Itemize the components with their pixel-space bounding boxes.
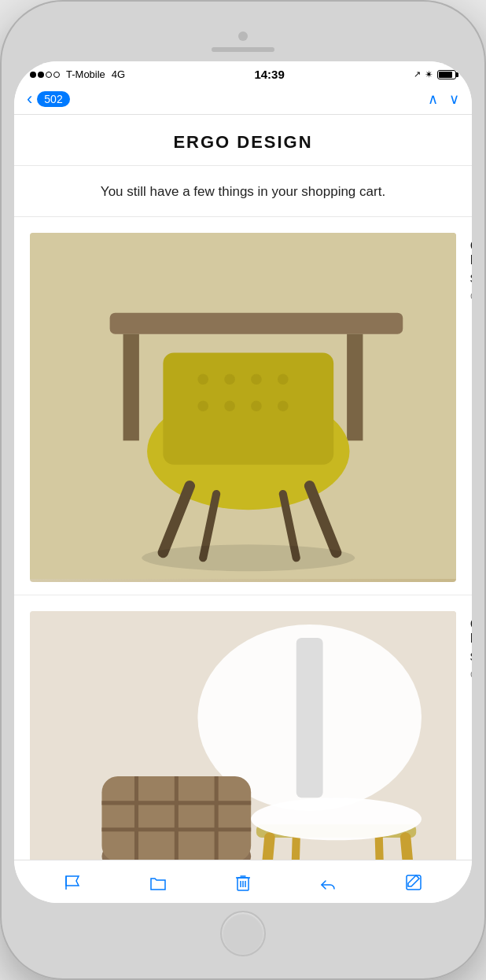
svg-rect-3 (347, 333, 363, 440)
bluetooth-icon: ✴ (425, 68, 433, 80)
location-icon: ↗ (414, 69, 421, 79)
home-button[interactable] (220, 911, 266, 956)
trash-button[interactable] (227, 868, 259, 897)
bottom-toolbar (14, 860, 472, 903)
svg-rect-21 (296, 638, 323, 798)
phone-screen: T-Mobile 4G 14:39 ↗ ✴ ‹ 502 ∧ (14, 61, 472, 903)
svg-rect-2 (123, 333, 139, 440)
next-message-button[interactable]: ∨ (449, 90, 459, 108)
cart-message: You still have a few things in your shop… (14, 166, 472, 217)
status-time: 14:39 (254, 68, 284, 81)
folder-button[interactable] (142, 868, 174, 897)
status-right: ↗ ✴ (414, 68, 456, 80)
compose-button[interactable] (398, 868, 429, 897)
speaker (212, 47, 274, 52)
svg-point-11 (224, 400, 235, 411)
item-2-name: Classic Fiber (470, 617, 472, 646)
navigation-bar: ‹ 502 ∧ ∨ (14, 86, 472, 115)
svg-rect-1 (110, 312, 403, 333)
item-image-fiber (30, 611, 456, 860)
svg-point-12 (251, 400, 262, 411)
svg-point-13 (278, 400, 289, 411)
svg-point-6 (197, 374, 208, 385)
item-2-details: Classic Fiber $98.50 QTY. 1 (470, 611, 472, 680)
signal-dot-4 (53, 72, 60, 78)
svg-point-8 (251, 374, 262, 385)
unread-badge: 502 (37, 91, 69, 107)
status-left: T-Mobile 4G (30, 68, 125, 80)
svg-point-10 (197, 400, 208, 411)
item-1-price: $55.75 (470, 271, 472, 285)
item-image-chair (30, 233, 456, 582)
signal-dot-3 (46, 72, 52, 78)
svg-rect-5 (163, 352, 333, 464)
svg-line-32 (293, 838, 296, 860)
signal-dot-1 (30, 72, 36, 78)
previous-message-button[interactable]: ∧ (428, 90, 438, 108)
nav-left-group[interactable]: ‹ 502 (27, 90, 70, 108)
brand-header: ERGO DESIGN (14, 115, 472, 166)
network-type: 4G (112, 68, 125, 80)
svg-point-7 (224, 374, 235, 385)
nav-right-group: ∧ ∨ (428, 90, 459, 108)
item-1-name: Chair Rome (470, 239, 472, 267)
phone-frame: T-Mobile 4G 14:39 ↗ ✴ ‹ 502 ∧ (0, 0, 486, 980)
svg-line-33 (379, 838, 381, 860)
battery-indicator (437, 70, 456, 79)
cart-item-2: Classic Fiber $98.50 QTY. 1 (14, 595, 472, 860)
cart-item-1: Chair Rome $55.75 QTY. 1 (14, 217, 472, 595)
item-2-qty: QTY. 1 (470, 669, 472, 680)
item-2-price: $98.50 (470, 650, 472, 663)
svg-point-34 (251, 798, 422, 840)
item-1-details: Chair Rome $55.75 QTY. 1 (470, 233, 472, 302)
svg-point-18 (142, 544, 355, 571)
item-1-qty: QTY. 1 (470, 291, 472, 302)
signal-indicator (30, 72, 60, 78)
reply-button[interactable] (312, 868, 344, 897)
flag-button[interactable] (57, 868, 88, 897)
carrier-name: T-Mobile (66, 68, 105, 80)
svg-point-9 (278, 374, 289, 385)
brand-name: ERGO DESIGN (30, 132, 456, 153)
status-bar: T-Mobile 4G 14:39 ↗ ✴ (14, 61, 472, 86)
camera (238, 31, 248, 41)
back-button[interactable]: ‹ (27, 90, 32, 108)
signal-dot-2 (38, 72, 44, 78)
email-content: ERGO DESIGN You still have a few things … (14, 115, 472, 860)
